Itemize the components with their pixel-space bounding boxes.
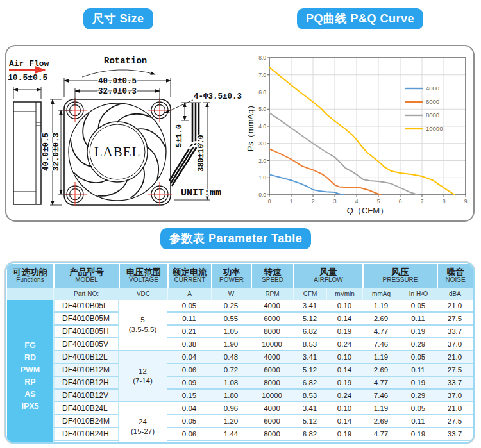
current-cell: 0.21	[167, 326, 211, 338]
y-axis-label: Ps（mmAq）	[246, 101, 255, 152]
cfm-cell: 3.41	[293, 351, 326, 364]
model-cell: DF4010B12L	[53, 351, 119, 364]
y-tick-label: 8.0	[258, 54, 266, 61]
mmaq-cell: 7.46	[362, 338, 400, 351]
x-tick-label: 0	[268, 198, 271, 204]
x-axis-label: Q（CFM）	[347, 206, 388, 215]
y-tick-label: 4.0	[258, 123, 266, 129]
m3min-cell: 0.24	[326, 441, 362, 444]
cfm-cell: 6.82	[293, 428, 326, 441]
speed-cell: 6000	[251, 364, 293, 377]
table-row: DF4010B24M0.051.2060005.120.142.690.1127…	[7, 415, 473, 428]
fan-front-view: LABEL	[63, 98, 172, 206]
table-row: DF4010B12M0.060.7260005.120.142.690.1127…	[7, 364, 473, 377]
sub-w: W	[211, 288, 251, 300]
y-tick-label: 0.0	[258, 192, 266, 198]
m3min-cell: 0.14	[326, 364, 362, 377]
air-flow-label: Air Flow	[9, 59, 49, 69]
x-tick-label: 5	[377, 198, 380, 204]
m3min-cell: 0.19	[326, 428, 362, 441]
col-voltage: 电压范围VOLTAGE	[119, 264, 167, 288]
hole-pitch-h-dim: 32.0±0.3	[98, 87, 137, 96]
m3min-cell: 0.19	[326, 377, 362, 390]
current-cell: 0.04	[167, 402, 211, 415]
x-tick-label: 1	[290, 198, 293, 204]
power-cell: 0.25	[211, 300, 251, 313]
table-row: FGRDPWMRPASIPX5DF4010B05L5(3.5-5.5)0.050…	[7, 300, 473, 313]
y-tick-label: 6.0	[258, 89, 266, 95]
sub-inh2o: In H²O	[400, 288, 437, 300]
parameter-table-card: 可选功能Functions 产品型号MODEL 电压范围VOLTAGE 额定电流…	[5, 262, 475, 444]
x-tick-label: 4	[355, 198, 359, 204]
table-row: DF4010B12L12(7-14)0.040.4840003.410.101.…	[7, 351, 473, 364]
parameter-table: 可选功能Functions 产品型号MODEL 电压范围VOLTAGE 额定电流…	[7, 264, 473, 444]
function-label: RP	[7, 376, 53, 388]
model-cell: DF4010B12H	[53, 377, 119, 390]
m3min-cell: 0.14	[326, 415, 362, 428]
cfm-cell: 3.41	[293, 402, 326, 415]
x-tick-label: 3	[333, 198, 337, 204]
power-cell: 1.08	[211, 377, 251, 390]
y-tick-label: 3.0	[258, 140, 266, 147]
power-cell: 0.96	[211, 402, 251, 415]
m3min-cell: 0.14	[326, 313, 362, 326]
power-cell: 0.55	[211, 313, 251, 326]
dba-cell: 27.5	[437, 415, 473, 428]
model-cell: DF4010B24M	[53, 415, 119, 428]
rotation-label: Rotation	[104, 56, 147, 66]
dba-cell: 37.0	[437, 338, 473, 351]
inh2o-cell: 0.19	[400, 377, 437, 390]
mmaq-cell: 4.77	[362, 428, 400, 441]
speed-cell: 6000	[251, 313, 293, 326]
model-cell: DF4010B05L	[53, 300, 119, 313]
function-label: IPX5	[7, 401, 53, 413]
table-row: DF4010B24V0.081.92100008.530.247.460.293…	[7, 441, 473, 444]
speed-cell: 8000	[251, 428, 293, 441]
function-label: AS	[7, 388, 53, 401]
inh2o-cell: 0.19	[400, 326, 437, 338]
wire-exposed-dim: 5±1.0	[175, 124, 184, 147]
model-cell: DF4010B12V	[53, 390, 119, 402]
unit-label: UNIT:mm	[181, 188, 221, 199]
current-cell: 0.09	[167, 377, 211, 390]
legend-entry: 6000	[426, 98, 439, 105]
speed-cell: 4000	[251, 300, 293, 313]
wire-length-dim: 380±10.0	[197, 135, 206, 172]
x-tick-label: 7	[421, 198, 424, 204]
parameter-table-section-badge: 参数表 Parameter Table	[160, 228, 311, 249]
cfm-cell: 5.12	[293, 415, 326, 428]
mmaq-cell: 4.77	[362, 377, 400, 390]
inh2o-cell: 0.05	[400, 300, 437, 313]
speed-cell: 10000	[251, 338, 293, 351]
power-cell: 0.48	[211, 351, 251, 364]
mmaq-cell: 2.69	[362, 313, 400, 326]
legend-entry: 10000	[426, 125, 443, 132]
power-cell: 1.05	[211, 326, 251, 338]
function-label: FG	[7, 340, 53, 352]
side-width-dim: 10.5±0.5	[8, 73, 48, 83]
y-tick-label: 7.0	[258, 72, 266, 78]
col-speed: 转速SPEED	[251, 264, 293, 288]
dba-cell: 27.5	[437, 313, 473, 326]
cfm-cell: 5.12	[293, 364, 326, 377]
current-cell: 0.11	[167, 313, 211, 326]
table-row: DF4010B05V0.381.90100008.530.247.460.293…	[7, 338, 473, 351]
pq-curve-section-badge: PQ曲线 P&Q Curve	[297, 8, 423, 29]
model-cell: DF4010B24H	[53, 428, 119, 441]
current-cell: 0.06	[167, 428, 211, 441]
speed-cell: 10000	[251, 441, 293, 444]
speed-cell: 8000	[251, 377, 293, 390]
col-model: 产品型号MODEL	[53, 264, 119, 288]
m3min-cell: 0.10	[326, 300, 362, 313]
sub-m3min: m³/min	[326, 288, 362, 300]
col-functions: 可选功能Functions	[7, 264, 53, 288]
cfm-cell: 6.82	[293, 326, 326, 338]
frame-height-dim: 40.0±0.5	[42, 133, 51, 171]
function-label: PWM	[7, 364, 53, 376]
cfm-cell: 8.53	[293, 441, 326, 444]
speed-cell: 10000	[251, 390, 293, 402]
table-row: DF4010B12H0.091.0880006.820.194.770.1933…	[7, 377, 473, 390]
power-cell: 1.92	[211, 441, 251, 444]
series-line-6000	[269, 149, 380, 195]
mmaq-cell: 7.46	[362, 441, 400, 444]
